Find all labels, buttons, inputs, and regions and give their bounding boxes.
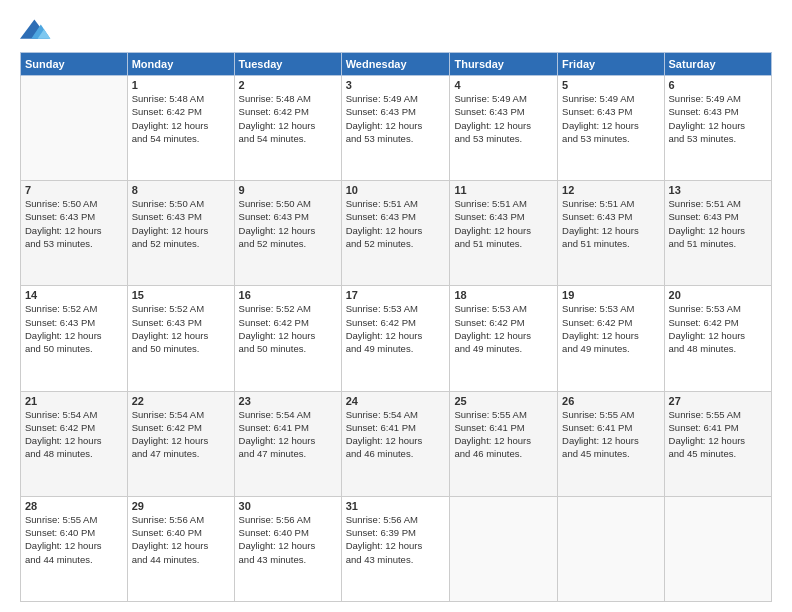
day-detail: Sunrise: 5:56 AM Sunset: 6:40 PM Dayligh…	[132, 513, 230, 566]
day-cell: 9Sunrise: 5:50 AM Sunset: 6:43 PM Daylig…	[234, 181, 341, 286]
day-cell: 24Sunrise: 5:54 AM Sunset: 6:41 PM Dayli…	[341, 391, 450, 496]
day-cell	[450, 496, 558, 601]
header-row: SundayMondayTuesdayWednesdayThursdayFrid…	[21, 53, 772, 76]
day-number: 17	[346, 289, 446, 301]
day-cell: 6Sunrise: 5:49 AM Sunset: 6:43 PM Daylig…	[664, 76, 771, 181]
day-detail: Sunrise: 5:49 AM Sunset: 6:43 PM Dayligh…	[346, 92, 446, 145]
day-header-wednesday: Wednesday	[341, 53, 450, 76]
day-number: 21	[25, 395, 123, 407]
day-number: 7	[25, 184, 123, 196]
day-detail: Sunrise: 5:53 AM Sunset: 6:42 PM Dayligh…	[669, 302, 767, 355]
day-cell	[664, 496, 771, 601]
day-detail: Sunrise: 5:53 AM Sunset: 6:42 PM Dayligh…	[562, 302, 659, 355]
day-number: 29	[132, 500, 230, 512]
day-cell: 25Sunrise: 5:55 AM Sunset: 6:41 PM Dayli…	[450, 391, 558, 496]
day-number: 23	[239, 395, 337, 407]
day-number: 25	[454, 395, 553, 407]
day-header-thursday: Thursday	[450, 53, 558, 76]
day-detail: Sunrise: 5:51 AM Sunset: 6:43 PM Dayligh…	[669, 197, 767, 250]
day-cell: 20Sunrise: 5:53 AM Sunset: 6:42 PM Dayli…	[664, 286, 771, 391]
logo	[20, 16, 56, 44]
day-number: 19	[562, 289, 659, 301]
day-cell: 3Sunrise: 5:49 AM Sunset: 6:43 PM Daylig…	[341, 76, 450, 181]
week-row-4: 21Sunrise: 5:54 AM Sunset: 6:42 PM Dayli…	[21, 391, 772, 496]
day-number: 8	[132, 184, 230, 196]
day-cell: 26Sunrise: 5:55 AM Sunset: 6:41 PM Dayli…	[558, 391, 664, 496]
day-cell: 15Sunrise: 5:52 AM Sunset: 6:43 PM Dayli…	[127, 286, 234, 391]
week-row-1: 1Sunrise: 5:48 AM Sunset: 6:42 PM Daylig…	[21, 76, 772, 181]
day-cell: 14Sunrise: 5:52 AM Sunset: 6:43 PM Dayli…	[21, 286, 128, 391]
day-cell: 28Sunrise: 5:55 AM Sunset: 6:40 PM Dayli…	[21, 496, 128, 601]
day-cell: 29Sunrise: 5:56 AM Sunset: 6:40 PM Dayli…	[127, 496, 234, 601]
day-number: 3	[346, 79, 446, 91]
day-detail: Sunrise: 5:51 AM Sunset: 6:43 PM Dayligh…	[346, 197, 446, 250]
day-detail: Sunrise: 5:49 AM Sunset: 6:43 PM Dayligh…	[669, 92, 767, 145]
day-cell: 5Sunrise: 5:49 AM Sunset: 6:43 PM Daylig…	[558, 76, 664, 181]
day-cell: 7Sunrise: 5:50 AM Sunset: 6:43 PM Daylig…	[21, 181, 128, 286]
day-header-sunday: Sunday	[21, 53, 128, 76]
day-number: 20	[669, 289, 767, 301]
day-detail: Sunrise: 5:52 AM Sunset: 6:43 PM Dayligh…	[25, 302, 123, 355]
day-cell: 13Sunrise: 5:51 AM Sunset: 6:43 PM Dayli…	[664, 181, 771, 286]
day-number: 2	[239, 79, 337, 91]
day-number: 16	[239, 289, 337, 301]
day-cell: 19Sunrise: 5:53 AM Sunset: 6:42 PM Dayli…	[558, 286, 664, 391]
day-detail: Sunrise: 5:51 AM Sunset: 6:43 PM Dayligh…	[562, 197, 659, 250]
day-detail: Sunrise: 5:48 AM Sunset: 6:42 PM Dayligh…	[132, 92, 230, 145]
day-number: 4	[454, 79, 553, 91]
day-detail: Sunrise: 5:56 AM Sunset: 6:40 PM Dayligh…	[239, 513, 337, 566]
week-row-3: 14Sunrise: 5:52 AM Sunset: 6:43 PM Dayli…	[21, 286, 772, 391]
day-number: 30	[239, 500, 337, 512]
day-cell: 22Sunrise: 5:54 AM Sunset: 6:42 PM Dayli…	[127, 391, 234, 496]
day-cell	[558, 496, 664, 601]
day-number: 11	[454, 184, 553, 196]
calendar: SundayMondayTuesdayWednesdayThursdayFrid…	[20, 52, 772, 602]
day-cell: 21Sunrise: 5:54 AM Sunset: 6:42 PM Dayli…	[21, 391, 128, 496]
day-number: 15	[132, 289, 230, 301]
day-detail: Sunrise: 5:49 AM Sunset: 6:43 PM Dayligh…	[562, 92, 659, 145]
day-number: 24	[346, 395, 446, 407]
day-detail: Sunrise: 5:55 AM Sunset: 6:41 PM Dayligh…	[669, 408, 767, 461]
day-cell: 1Sunrise: 5:48 AM Sunset: 6:42 PM Daylig…	[127, 76, 234, 181]
day-detail: Sunrise: 5:55 AM Sunset: 6:41 PM Dayligh…	[454, 408, 553, 461]
day-number: 22	[132, 395, 230, 407]
day-number: 26	[562, 395, 659, 407]
calendar-body: 1Sunrise: 5:48 AM Sunset: 6:42 PM Daylig…	[21, 76, 772, 602]
day-detail: Sunrise: 5:53 AM Sunset: 6:42 PM Dayligh…	[346, 302, 446, 355]
day-header-monday: Monday	[127, 53, 234, 76]
day-cell: 30Sunrise: 5:56 AM Sunset: 6:40 PM Dayli…	[234, 496, 341, 601]
day-cell: 11Sunrise: 5:51 AM Sunset: 6:43 PM Dayli…	[450, 181, 558, 286]
day-number: 28	[25, 500, 123, 512]
day-number: 18	[454, 289, 553, 301]
day-detail: Sunrise: 5:56 AM Sunset: 6:39 PM Dayligh…	[346, 513, 446, 566]
page: SundayMondayTuesdayWednesdayThursdayFrid…	[0, 0, 792, 612]
day-number: 1	[132, 79, 230, 91]
day-header-friday: Friday	[558, 53, 664, 76]
day-number: 12	[562, 184, 659, 196]
header	[20, 16, 772, 44]
day-number: 6	[669, 79, 767, 91]
day-number: 13	[669, 184, 767, 196]
week-row-5: 28Sunrise: 5:55 AM Sunset: 6:40 PM Dayli…	[21, 496, 772, 601]
day-detail: Sunrise: 5:54 AM Sunset: 6:41 PM Dayligh…	[239, 408, 337, 461]
logo-icon	[20, 16, 52, 44]
day-detail: Sunrise: 5:55 AM Sunset: 6:40 PM Dayligh…	[25, 513, 123, 566]
day-detail: Sunrise: 5:54 AM Sunset: 6:42 PM Dayligh…	[25, 408, 123, 461]
day-detail: Sunrise: 5:52 AM Sunset: 6:42 PM Dayligh…	[239, 302, 337, 355]
day-detail: Sunrise: 5:51 AM Sunset: 6:43 PM Dayligh…	[454, 197, 553, 250]
day-detail: Sunrise: 5:52 AM Sunset: 6:43 PM Dayligh…	[132, 302, 230, 355]
day-cell: 4Sunrise: 5:49 AM Sunset: 6:43 PM Daylig…	[450, 76, 558, 181]
calendar-header: SundayMondayTuesdayWednesdayThursdayFrid…	[21, 53, 772, 76]
day-detail: Sunrise: 5:50 AM Sunset: 6:43 PM Dayligh…	[25, 197, 123, 250]
day-cell: 16Sunrise: 5:52 AM Sunset: 6:42 PM Dayli…	[234, 286, 341, 391]
day-detail: Sunrise: 5:50 AM Sunset: 6:43 PM Dayligh…	[239, 197, 337, 250]
day-detail: Sunrise: 5:54 AM Sunset: 6:41 PM Dayligh…	[346, 408, 446, 461]
day-detail: Sunrise: 5:54 AM Sunset: 6:42 PM Dayligh…	[132, 408, 230, 461]
day-detail: Sunrise: 5:55 AM Sunset: 6:41 PM Dayligh…	[562, 408, 659, 461]
day-number: 27	[669, 395, 767, 407]
day-cell: 23Sunrise: 5:54 AM Sunset: 6:41 PM Dayli…	[234, 391, 341, 496]
day-number: 31	[346, 500, 446, 512]
day-header-saturday: Saturday	[664, 53, 771, 76]
day-cell: 2Sunrise: 5:48 AM Sunset: 6:42 PM Daylig…	[234, 76, 341, 181]
day-header-tuesday: Tuesday	[234, 53, 341, 76]
